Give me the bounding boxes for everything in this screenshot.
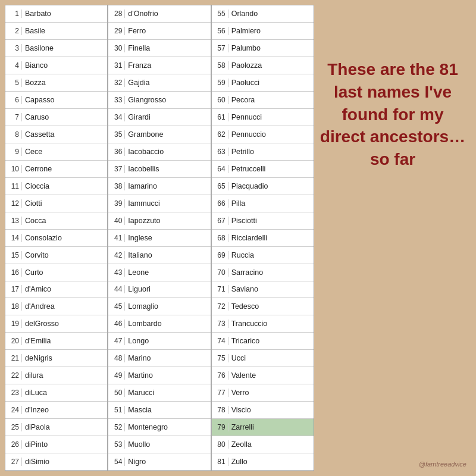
- row-name: Trancuccio: [228, 320, 268, 328]
- row-number: 41: [108, 234, 125, 242]
- row-name: Muollo: [125, 440, 150, 449]
- table-row: 24d'Inzeo: [5, 402, 107, 419]
- row-number: 37: [108, 165, 125, 173]
- row-name: Nigro: [125, 458, 146, 466]
- row-name: Cocca: [22, 217, 46, 225]
- table-row: 76Valente: [212, 367, 314, 384]
- row-number: 56: [212, 27, 228, 35]
- row-name: Girardi: [125, 113, 151, 121]
- column-3: 55Orlando56Palmiero57Palumbo58Paolozza59…: [212, 5, 314, 471]
- table-row: 59Paolucci: [212, 74, 314, 92]
- row-name: Pilla: [228, 199, 246, 208]
- row-name: Bozza: [22, 79, 46, 87]
- row-number: 18: [5, 302, 22, 311]
- table-row: 70Sarracino: [212, 264, 314, 281]
- row-name: d'Emilia: [22, 337, 51, 345]
- row-number: 28: [108, 10, 125, 18]
- table-row: 13Cocca: [5, 212, 107, 230]
- row-name: Zarrelli: [228, 423, 254, 431]
- row-name: Pennucci: [228, 113, 262, 121]
- row-name: Iamarino: [125, 182, 157, 190]
- row-number: 4: [5, 61, 22, 70]
- row-number: 40: [108, 217, 125, 225]
- table-row: 55Orlando: [212, 5, 314, 23]
- row-name: Petrillo: [228, 148, 254, 156]
- row-name: Cerrone: [22, 165, 52, 173]
- row-name: Curto: [22, 268, 43, 277]
- row-name: Tedesco: [228, 302, 259, 311]
- table-row: 38Iamarino: [108, 178, 210, 195]
- table-row: 68Ricciardelli: [212, 230, 314, 247]
- row-name: diPinto: [22, 440, 48, 449]
- row-number: 34: [108, 113, 125, 121]
- row-name: Basile: [22, 27, 45, 35]
- column-1: 1Barbato2Basile3Basilone4Bianco5Bozza6Ca…: [5, 5, 108, 471]
- table-row: 6Capasso: [5, 92, 107, 109]
- row-number: 65: [212, 182, 228, 190]
- table-row: 20d'Emilia: [5, 333, 107, 350]
- table-row: 64Petruccelli: [212, 161, 314, 178]
- table-row: 39Iammucci: [108, 195, 210, 212]
- row-name: Cassetta: [22, 130, 54, 139]
- row-name: Pennuccio: [228, 130, 266, 139]
- table-row: 41Inglese: [108, 230, 210, 247]
- table-row: 36Iacobaccio: [108, 143, 210, 161]
- row-name: d'Andrea: [22, 302, 55, 311]
- row-number: 42: [108, 251, 125, 259]
- row-name: Sarracino: [228, 268, 264, 277]
- row-name: Palumbo: [228, 44, 261, 52]
- row-name: Capasso: [22, 96, 54, 104]
- table-row: 26diPinto: [5, 436, 107, 453]
- table-row: 34Girardi: [108, 109, 210, 126]
- table-row: 65Piacquadio: [212, 178, 314, 195]
- row-number: 20: [5, 337, 22, 345]
- row-number: 49: [108, 371, 125, 380]
- row-number: 53: [108, 440, 125, 449]
- row-name: Cioccia: [22, 182, 49, 190]
- row-number: 30: [108, 44, 125, 52]
- row-number: 19: [5, 320, 22, 328]
- main-container: 1Barbato2Basile3Basilone4Bianco5Bozza6Ca…: [0, 0, 476, 476]
- table-row: 29Ferro: [108, 23, 210, 40]
- row-name: Valente: [228, 371, 256, 380]
- table-row: 23diLuca: [5, 384, 107, 402]
- table-row: 53Muollo: [108, 436, 210, 453]
- row-name: Iacobellis: [125, 165, 159, 173]
- row-number: 3: [5, 44, 22, 52]
- table-row: 35Grambone: [108, 126, 210, 143]
- table-row: 4Bianco: [5, 57, 107, 74]
- row-number: 76: [212, 371, 228, 380]
- row-number: 61: [212, 113, 228, 121]
- row-number: 11: [5, 182, 22, 190]
- table-row: 32Gajdia: [108, 74, 210, 92]
- row-name: Pecora: [228, 96, 255, 104]
- row-number: 15: [5, 251, 22, 259]
- table-row: 18d'Andrea: [5, 298, 107, 315]
- table-row: 27diSimio: [5, 453, 107, 471]
- row-name: Palmiero: [228, 27, 261, 35]
- row-name: Basilone: [22, 44, 54, 52]
- row-name: Leone: [125, 268, 149, 277]
- row-number: 45: [108, 302, 125, 311]
- table-row: 79Zarrelli: [212, 419, 314, 436]
- row-name: Ucci: [228, 354, 246, 362]
- row-name: Petruccelli: [228, 165, 266, 173]
- row-number: 48: [108, 354, 125, 362]
- table-row: 17d'Amico: [5, 281, 107, 299]
- row-name: dilura: [22, 371, 43, 380]
- table-row: 48Marino: [108, 350, 210, 367]
- table-row: 46Lombardo: [108, 315, 210, 333]
- row-number: 26: [5, 440, 22, 449]
- row-name: diPaola: [22, 423, 50, 431]
- table-row: 43Leone: [108, 264, 210, 281]
- row-name: Mascia: [125, 406, 152, 414]
- row-name: Zeolla: [228, 440, 252, 449]
- table-row: 19delGrosso: [5, 315, 107, 333]
- row-name: Tricarico: [228, 337, 259, 345]
- row-name: Bianco: [22, 61, 48, 70]
- table-row: 72Tedesco: [212, 298, 314, 315]
- table-row: 56Palmiero: [212, 23, 314, 40]
- row-name: Saviano: [228, 285, 258, 293]
- table-row: 69Ruccia: [212, 247, 314, 264]
- table-row: 80Zeolla: [212, 436, 314, 453]
